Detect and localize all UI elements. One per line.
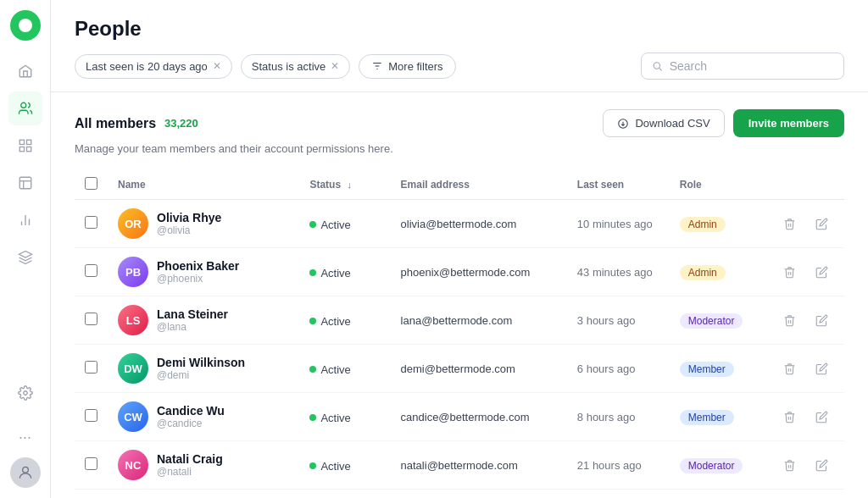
table-row: NC Natali Craig @natali Active natali@be…: [75, 441, 844, 490]
email-text: candice@bettermode.com: [401, 411, 530, 423]
role-badge: Member: [680, 362, 734, 377]
sidebar-more-button[interactable]: ...: [8, 417, 42, 451]
sidebar-item-chart[interactable]: [8, 203, 42, 237]
lastseen-text: 43 minutes ago: [577, 266, 653, 279]
edit-button[interactable]: [809, 452, 834, 478]
filter-status-label: Status is active: [252, 60, 326, 73]
member-info: Lana Steiner @lana: [157, 307, 228, 333]
row-checkbox-5[interactable]: [85, 457, 97, 470]
edit-button[interactable]: [809, 356, 834, 381]
role-badge: Moderator: [680, 458, 743, 473]
svg-rect-4: [26, 147, 31, 152]
table-row: LS Lana Steiner @lana Active lana@better…: [75, 296, 844, 345]
table-row: OR Olivia Rhye @olivia Active olivia@bet…: [75, 200, 844, 248]
filter-status-remove[interactable]: ✕: [331, 60, 339, 72]
row-checkbox-1[interactable]: [85, 264, 97, 277]
status-badge: Active: [309, 460, 350, 473]
user-avatar[interactable]: [10, 457, 41, 488]
email-text: phoenix@bettermode.com: [401, 266, 531, 279]
member-name-cell: CW Candice Wu @candice: [118, 401, 289, 432]
delete-button[interactable]: [776, 307, 802, 333]
email-text: natali@bettermode.com: [401, 459, 518, 472]
status-dot: [309, 318, 316, 324]
filter-row: Last seen is 20 days ago ✕ Status is act…: [75, 53, 844, 80]
member-display-name: Olivia Rhye: [157, 211, 221, 224]
table-title: All members: [75, 116, 156, 131]
sidebar-item-home[interactable]: [8, 54, 42, 88]
table-actions: Download CSV Invite members: [603, 109, 844, 137]
member-info: Natali Craig @natali: [157, 452, 223, 478]
edit-button[interactable]: [809, 211, 834, 236]
search-box[interactable]: [641, 53, 844, 80]
member-handle: @demi: [157, 369, 245, 381]
lastseen-text: 6 hours ago: [577, 362, 636, 375]
member-info: Olivia Rhye @olivia: [157, 211, 221, 236]
sidebar-item-people[interactable]: [8, 91, 42, 125]
member-avatar: DW: [118, 353, 148, 384]
svg-rect-5: [19, 177, 31, 189]
role-badge: Admin: [680, 217, 726, 232]
sidebar-item-settings[interactable]: [8, 376, 42, 410]
email-text: olivia@bettermode.com: [401, 218, 517, 230]
invite-members-button[interactable]: Invite members: [733, 109, 844, 137]
member-name-cell: PB Phoenix Baker @phoenix: [118, 257, 289, 287]
row-checkbox-0[interactable]: [85, 216, 97, 229]
row-checkbox-3[interactable]: [85, 361, 97, 374]
member-display-name: Lana Steiner: [157, 307, 228, 321]
row-checkbox-2[interactable]: [85, 313, 97, 325]
table-area: All members 33,220 Download CSV Invite m…: [51, 92, 868, 498]
more-filters-button[interactable]: More filters: [359, 54, 455, 79]
status-label: Active: [320, 363, 350, 376]
member-display-name: Natali Craig: [157, 452, 223, 466]
status-badge: Active: [309, 412, 350, 424]
row-actions: [776, 452, 834, 478]
status-badge: Active: [309, 315, 350, 328]
col-role-header: Role: [680, 179, 702, 191]
sidebar-item-layout[interactable]: [8, 166, 42, 200]
more-filters-label: More filters: [388, 60, 442, 73]
download-csv-button[interactable]: Download CSV: [603, 109, 724, 137]
sidebar-item-grid[interactable]: [8, 129, 42, 163]
table-row: DC Drew Cano @drew Active drew@bettermod…: [75, 490, 844, 499]
member-name-cell: DW Demi Wilkinson @demi: [118, 353, 289, 384]
status-label: Active: [320, 315, 350, 328]
filter-chip-lastseen[interactable]: Last seen is 20 days ago ✕: [75, 54, 232, 79]
status-dot: [309, 414, 316, 421]
email-text: demi@bettermode.com: [401, 362, 515, 375]
table-header-row: All members 33,220 Download CSV Invite m…: [75, 109, 844, 137]
member-info: Phoenix Baker @phoenix: [157, 259, 239, 285]
select-all-checkbox[interactable]: [85, 177, 97, 190]
svg-line-16: [659, 68, 662, 70]
delete-button[interactable]: [776, 404, 802, 429]
sidebar: ...: [0, 0, 51, 498]
member-name-cell: OR Olivia Rhye @olivia: [118, 208, 289, 239]
edit-button[interactable]: [809, 404, 834, 429]
table-subtitle: Manage your team members and their accou…: [75, 142, 844, 155]
filter-chip-status[interactable]: Status is active ✕: [241, 54, 350, 79]
sidebar-item-layers[interactable]: [8, 241, 42, 274]
svg-marker-9: [19, 252, 31, 258]
lastseen-text: 21 hours ago: [577, 459, 642, 472]
delete-button[interactable]: [776, 259, 802, 285]
status-sort-icon[interactable]: ↓: [347, 180, 352, 190]
status-dot: [309, 366, 316, 373]
svg-rect-2: [26, 140, 31, 144]
app-logo: [10, 10, 41, 41]
role-badge: Member: [680, 410, 734, 425]
edit-button[interactable]: [809, 307, 834, 333]
delete-button[interactable]: [776, 452, 802, 478]
member-handle: @phoenix: [157, 273, 239, 285]
member-display-name: Demi Wilkinson: [157, 356, 245, 369]
col-status-header: Status: [309, 179, 341, 191]
row-checkbox-4[interactable]: [85, 409, 97, 422]
col-name-header: Name: [118, 179, 146, 191]
edit-button[interactable]: [809, 259, 834, 285]
filter-lastseen-remove[interactable]: ✕: [213, 60, 221, 72]
lastseen-text: 8 hours ago: [577, 411, 636, 423]
member-display-name: Candice Wu: [157, 404, 225, 418]
table-row: PB Phoenix Baker @phoenix Active phoenix…: [75, 248, 844, 296]
search-input[interactable]: [670, 59, 833, 73]
delete-button[interactable]: [776, 356, 802, 381]
member-avatar: CW: [118, 401, 148, 432]
delete-button[interactable]: [776, 211, 802, 236]
